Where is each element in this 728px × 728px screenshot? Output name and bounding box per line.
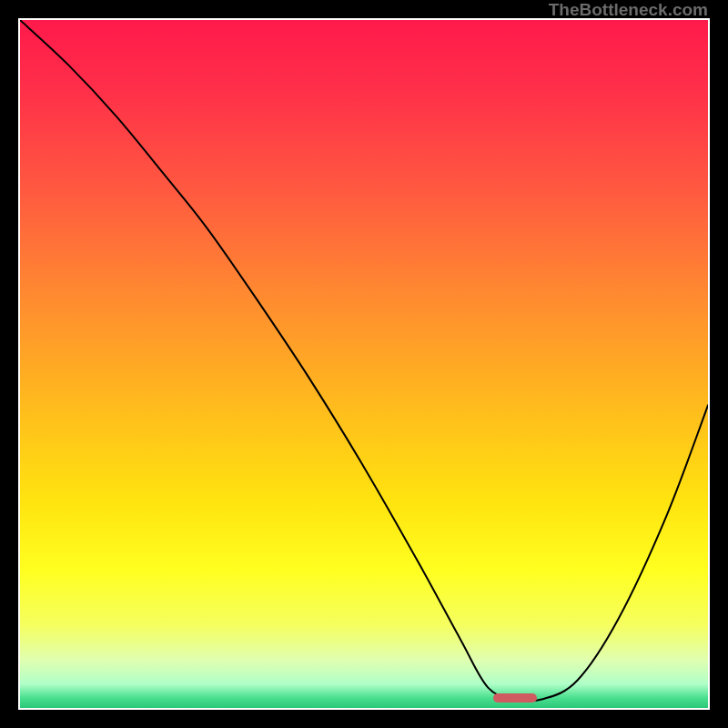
curve-layer: [20, 20, 708, 708]
bottleneck-curve: [20, 20, 708, 701]
plot-area: [20, 20, 708, 708]
optimal-marker: [493, 693, 537, 703]
watermark-text: TheBottleneck.com: [549, 0, 708, 20]
